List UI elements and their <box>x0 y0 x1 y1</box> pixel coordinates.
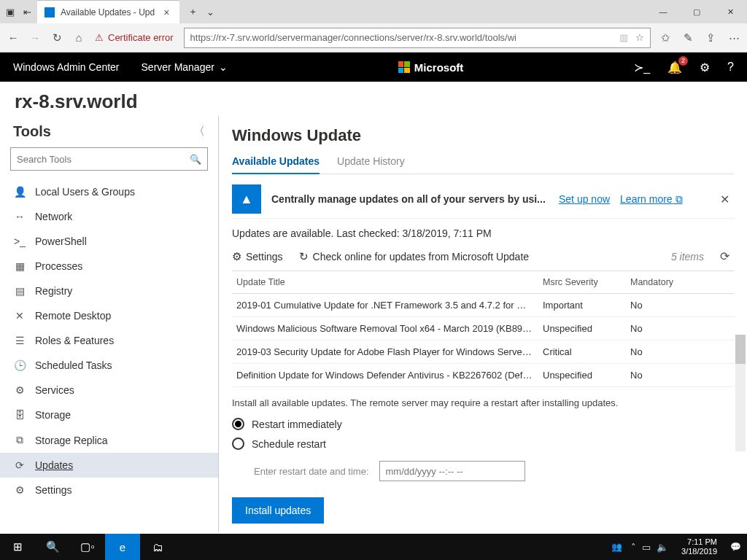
sidebar-item-powershell[interactable]: >_PowerShell <box>0 229 218 254</box>
network-tray-icon[interactable]: ▭ <box>642 542 651 553</box>
promo-banner: ▲ Centrally manage updates on all of you… <box>232 180 734 219</box>
server-manager-menu[interactable]: Server Manager ⌄ <box>142 61 228 73</box>
sidebar-item-network[interactable]: ↔Network <box>0 204 218 229</box>
tab-update-history[interactable]: Update History <box>337 152 405 174</box>
minimize-button[interactable]: — <box>646 0 680 23</box>
tab-available-updates[interactable]: Available Updates <box>232 152 320 174</box>
cell-title: 2019-01 Cumulative Update for .NET Frame… <box>232 294 538 316</box>
settings-command[interactable]: ⚙Settings <box>232 250 283 263</box>
settings-gear-icon[interactable]: ⚙ <box>700 61 710 74</box>
grid-refresh-icon[interactable]: ⟳ <box>720 249 734 263</box>
sidebar-item-settings[interactable]: ⚙Settings <box>0 478 218 502</box>
sidebar-item-roles-features[interactable]: ☰Roles & Features <box>0 328 218 353</box>
tool-icon: 👤 <box>13 186 26 198</box>
restart-now-option[interactable]: Restart immediately <box>232 414 734 434</box>
notes-icon[interactable]: ✎ <box>684 31 693 44</box>
tabs-chevron-icon[interactable]: ⌄ <box>206 7 214 18</box>
sidebar-toggle-icon[interactable]: ⇤ <box>23 7 31 18</box>
tool-icon: ▤ <box>13 285 26 297</box>
browser-address-bar: ← → ↻ ⌂ ⚠ Certificate error https://rx-7… <box>0 23 747 52</box>
install-updates-button[interactable]: Install updates <box>232 497 324 524</box>
notifications-icon[interactable]: 🔔2 <box>667 61 682 74</box>
share-icon[interactable]: ⇪ <box>706 31 716 44</box>
explorer-taskbar-icon[interactable]: 🗂 <box>140 534 175 560</box>
update-row[interactable]: 2019-03 Security Update for Adobe Flash … <box>232 341 734 364</box>
people-icon[interactable]: 👥 <box>611 542 622 552</box>
refresh-icon[interactable]: ↻ <box>51 31 63 44</box>
sidebar-item-local-users-groups[interactable]: 👤Local Users & Groups <box>0 179 218 204</box>
search-tools-box[interactable]: 🔍 <box>10 147 208 171</box>
schedule-restart-option[interactable]: Schedule restart <box>232 434 734 454</box>
check-online-command[interactable]: ↻Check online for updates from Microsoft… <box>299 250 529 263</box>
radio-schedule-label: Schedule restart <box>252 438 326 450</box>
schedule-datetime-row: Enter restart date and time: <box>232 454 734 481</box>
tool-label: Updates <box>35 459 73 471</box>
sidebar-item-scheduled-tasks[interactable]: 🕒Scheduled Tasks <box>0 353 218 378</box>
main-area: Tools 〈 🔍 👤Local Users & Groups↔Network>… <box>0 116 747 532</box>
sidebar-item-registry[interactable]: ▤Registry <box>0 279 218 303</box>
wac-brand[interactable]: Windows Admin Center <box>13 61 120 73</box>
sidebar-item-storage-replica[interactable]: ⧉Storage Replica <box>0 427 218 453</box>
edge-taskbar-icon[interactable]: e <box>105 534 140 560</box>
browser-tab[interactable]: Available Updates - Upd × <box>37 0 179 23</box>
update-row[interactable]: Definition Update for Windows Defender A… <box>232 364 734 387</box>
refresh-icon: ↻ <box>299 250 309 263</box>
favorite-star-icon[interactable]: ☆ <box>635 32 644 43</box>
titlebar-left-icons: ▣ ⇤ <box>0 0 37 23</box>
col-header-title[interactable]: Update Title <box>232 271 538 293</box>
search-button[interactable]: 🔍 <box>35 534 70 560</box>
content-pane: Windows Update Available Updates Update … <box>219 116 747 532</box>
microsoft-label: Microsoft <box>414 61 464 74</box>
certificate-warning[interactable]: ⚠ Certificate error <box>95 32 174 43</box>
console-icon[interactable]: ≻_ <box>634 61 650 74</box>
sidebar-item-remote-desktop[interactable]: ✕Remote Desktop <box>0 303 218 328</box>
grid-scrollbar[interactable] <box>735 335 746 451</box>
scroll-thumb[interactable] <box>735 335 746 364</box>
system-tray[interactable]: ˄ ▭ 🔈 <box>631 542 668 553</box>
back-icon[interactable]: ← <box>7 31 19 44</box>
search-icon[interactable]: 🔍 <box>190 154 201 165</box>
cell-mandatory: No <box>626 317 684 340</box>
banner-close-icon[interactable]: ✕ <box>716 192 734 206</box>
updates-grid-header: Update Title Msrc Severity Mandatory <box>232 271 734 294</box>
sound-tray-icon[interactable]: 🔈 <box>657 542 668 553</box>
banner-setup-link[interactable]: Set up now <box>559 193 610 205</box>
updates-grid-body: 2019-01 Cumulative Update for .NET Frame… <box>232 294 734 387</box>
radio-now-icon[interactable] <box>232 418 244 430</box>
clock-time: 7:11 PM <box>681 537 717 547</box>
new-tab-icon[interactable]: ＋ <box>188 5 198 18</box>
maximize-button[interactable]: ▢ <box>680 0 713 23</box>
cell-severity: Critical <box>538 341 626 363</box>
col-header-severity[interactable]: Msrc Severity <box>538 271 626 293</box>
cascade-icon[interactable]: ▣ <box>6 7 15 18</box>
sidebar-item-updates[interactable]: ⟳Updates <box>0 453 218 478</box>
collapse-sidebar-icon[interactable]: 〈 <box>193 124 205 139</box>
col-header-mandatory[interactable]: Mandatory <box>626 271 684 293</box>
url-input[interactable]: https://rx-7.srv.world/servermanager/con… <box>184 28 651 48</box>
update-row[interactable]: 2019-01 Cumulative Update for .NET Frame… <box>232 294 734 317</box>
cell-mandatory: No <box>626 294 684 316</box>
update-row[interactable]: Windows Malicious Software Removal Tool … <box>232 317 734 341</box>
start-button[interactable]: ⊞ <box>0 534 35 560</box>
tool-icon: ⚙ <box>13 384 26 396</box>
tray-up-icon[interactable]: ˄ <box>631 542 636 553</box>
windows-taskbar: ⊞ 🔍 ▢▫ e 🗂 👥 ˄ ▭ 🔈 7:11 PM 3/18/2019 💬 <box>0 534 747 560</box>
close-window-button[interactable]: ✕ <box>713 0 747 23</box>
sidebar-item-storage[interactable]: 🗄Storage <box>0 402 218 427</box>
help-icon[interactable]: ? <box>727 61 734 74</box>
task-view-button[interactable]: ▢▫ <box>70 534 105 560</box>
datetime-input[interactable] <box>379 461 525 481</box>
taskbar-clock[interactable]: 7:11 PM 3/18/2019 <box>677 537 721 556</box>
action-center-icon[interactable]: 💬 <box>730 542 741 552</box>
banner-learn-link[interactable]: Learn more ⧉ <box>620 193 682 206</box>
reading-view-icon[interactable]: ▥ <box>619 32 628 43</box>
more-icon[interactable]: ⋯ <box>729 31 740 44</box>
search-tools-input[interactable] <box>17 154 190 165</box>
sidebar-item-processes[interactable]: ▦Processes <box>0 254 218 279</box>
sidebar-item-services[interactable]: ⚙Services <box>0 378 218 402</box>
favorites-icon[interactable]: ✩ <box>661 31 670 44</box>
tool-icon: ⚙ <box>13 484 26 496</box>
radio-schedule-icon[interactable] <box>232 438 244 450</box>
tab-close-icon[interactable]: × <box>160 7 172 18</box>
home-icon[interactable]: ⌂ <box>73 31 85 44</box>
